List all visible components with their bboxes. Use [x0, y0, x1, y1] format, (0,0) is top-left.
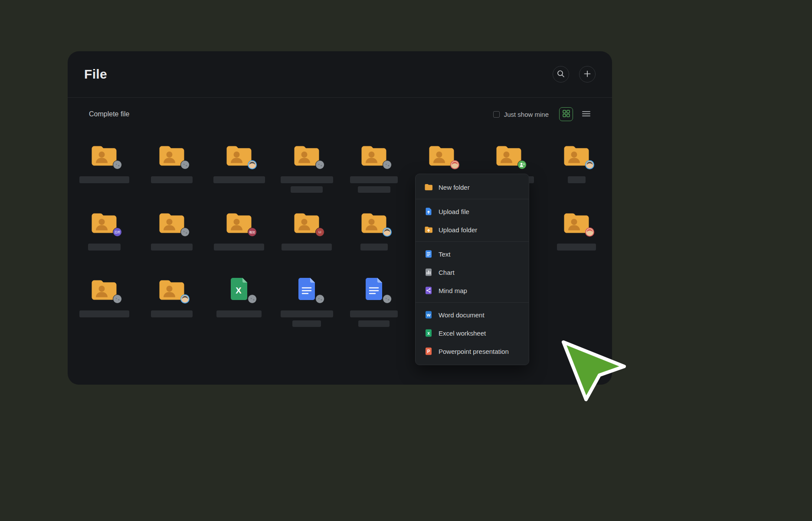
owner-avatar-badge	[383, 160, 392, 169]
menu-item-upload-folder[interactable]: Upload folder	[416, 221, 529, 239]
doc-item[interactable]	[273, 276, 341, 327]
avatar-face	[316, 295, 324, 303]
menu-item-mind-map[interactable]: Mind map	[416, 281, 529, 300]
toolbar-right: Just show mine	[493, 107, 593, 121]
file-label-placeholder	[281, 310, 333, 317]
file-label-placeholder-group	[151, 176, 193, 183]
folder-item[interactable]	[205, 142, 273, 183]
owner-avatar-badge: LI	[315, 228, 324, 237]
avatar-initials: 视短	[249, 231, 255, 234]
avatar-face	[316, 161, 324, 169]
file-label-placeholder	[358, 186, 390, 193]
upload-file-icon	[424, 207, 433, 216]
menu-item-new-folder[interactable]: New folder	[416, 178, 529, 196]
menu-item-label: New folder	[439, 184, 470, 191]
grid-view-icon	[563, 110, 570, 119]
file-label-placeholder	[291, 186, 323, 193]
folder-icon: LI	[293, 209, 321, 234]
file-label-placeholder	[151, 176, 193, 183]
file-label-placeholder	[88, 244, 121, 251]
owner-avatar-badge	[248, 294, 257, 303]
mind-map-icon	[424, 286, 433, 295]
just-show-mine-checkbox[interactable]	[493, 111, 500, 118]
owner-avatar-badge	[383, 228, 392, 237]
folder-item[interactable]	[138, 142, 206, 183]
add-button[interactable]	[579, 66, 596, 82]
menu-item-label: Word document	[439, 311, 485, 319]
folder-icon	[158, 142, 186, 167]
menu-item-excel-worksheet[interactable]: xExcel worksheet	[416, 324, 529, 342]
file-label-placeholder	[350, 310, 398, 317]
file-label-placeholder	[282, 244, 332, 251]
file-label-placeholder	[151, 244, 193, 251]
person-add-glyph	[519, 162, 525, 168]
chart-icon	[424, 268, 433, 277]
folder-icon	[90, 142, 118, 167]
avatar-face	[181, 295, 189, 303]
file-label-placeholder-group	[79, 310, 129, 317]
menu-divider	[416, 302, 529, 303]
menu-item-label: Excel worksheet	[439, 330, 486, 337]
menu-item-powerpoint-presentation[interactable]: PPowerpoint presentation	[416, 342, 529, 360]
file-label-placeholder-group	[568, 176, 586, 183]
file-label-placeholder-group	[213, 176, 265, 183]
file-label-placeholder	[358, 320, 390, 327]
header-actions	[553, 66, 596, 82]
svg-text:x: x	[427, 331, 430, 336]
menu-item-word-document[interactable]: WWord document	[416, 306, 529, 324]
folder-item[interactable]	[138, 209, 206, 251]
excel-item[interactable]: X	[205, 276, 273, 317]
folder-item[interactable]	[70, 142, 138, 183]
folder-item[interactable]	[543, 142, 610, 183]
menu-divider	[416, 241, 529, 242]
menu-item-upload-file[interactable]: Upload file	[416, 202, 529, 221]
file-label-placeholder-group	[281, 176, 333, 193]
avatar-face	[249, 295, 256, 303]
owner-avatar-badge	[180, 228, 190, 237]
folder-icon	[428, 142, 455, 167]
folder-item[interactable]: 志程	[70, 209, 138, 251]
owner-avatar-badge	[585, 228, 594, 237]
excel-file-icon: X	[225, 276, 253, 301]
search-icon	[557, 70, 565, 79]
owner-avatar-badge	[315, 294, 324, 303]
file-label-placeholder-group	[151, 310, 193, 317]
folder-item[interactable]	[543, 209, 610, 251]
folder-icon	[563, 142, 590, 167]
menu-item-label: Upload folder	[439, 226, 477, 234]
owner-avatar-badge	[180, 294, 190, 303]
owner-avatar-badge	[315, 160, 324, 169]
doc-item[interactable]	[340, 276, 408, 327]
file-label-placeholder	[292, 320, 321, 327]
avatar-initials: 志程	[115, 231, 121, 234]
upload-folder-icon	[424, 225, 433, 234]
menu-item-label: Powerpoint presentation	[439, 348, 509, 355]
file-label-placeholder-group	[360, 244, 388, 251]
avatar-face	[383, 161, 391, 169]
grid-view-button[interactable]	[559, 107, 573, 121]
search-button[interactable]	[553, 66, 569, 82]
owner-avatar-badge: 视短	[248, 228, 257, 237]
owner-avatar-badge	[113, 160, 122, 169]
file-label-placeholder	[79, 176, 129, 183]
folder-item[interactable]	[340, 142, 408, 193]
folder-item[interactable]	[70, 276, 138, 317]
folder-item[interactable]: 视短	[205, 209, 273, 251]
file-label-placeholder	[350, 176, 398, 183]
menu-item-chart[interactable]: Chart	[416, 263, 529, 281]
file-label-placeholder	[216, 310, 262, 317]
folder-item[interactable]	[340, 209, 408, 251]
folder-item[interactable]	[138, 276, 206, 317]
owner-avatar-badge	[450, 160, 459, 169]
folder-item[interactable]: LI	[273, 209, 341, 251]
folder-icon	[158, 276, 186, 301]
owner-avatar-badge	[585, 160, 594, 169]
folder-icon	[495, 142, 523, 167]
list-view-button[interactable]	[579, 107, 593, 121]
file-manager-window: File Complete file Just show mine	[68, 51, 612, 385]
folder-item[interactable]	[273, 142, 341, 193]
svg-text:W: W	[427, 313, 431, 317]
menu-item-text[interactable]: Text	[416, 245, 529, 263]
toolbar: Complete file Just show mine	[68, 98, 612, 131]
file-label-placeholder-group	[88, 244, 121, 251]
